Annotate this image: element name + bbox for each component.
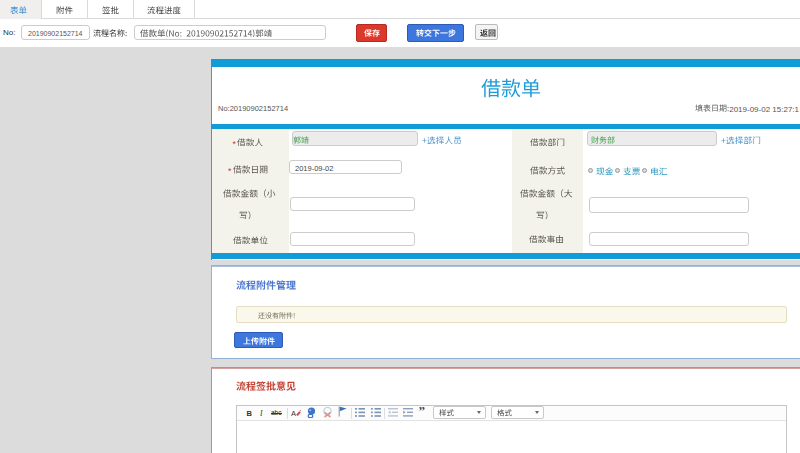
svg-text:A: A <box>291 409 296 418</box>
